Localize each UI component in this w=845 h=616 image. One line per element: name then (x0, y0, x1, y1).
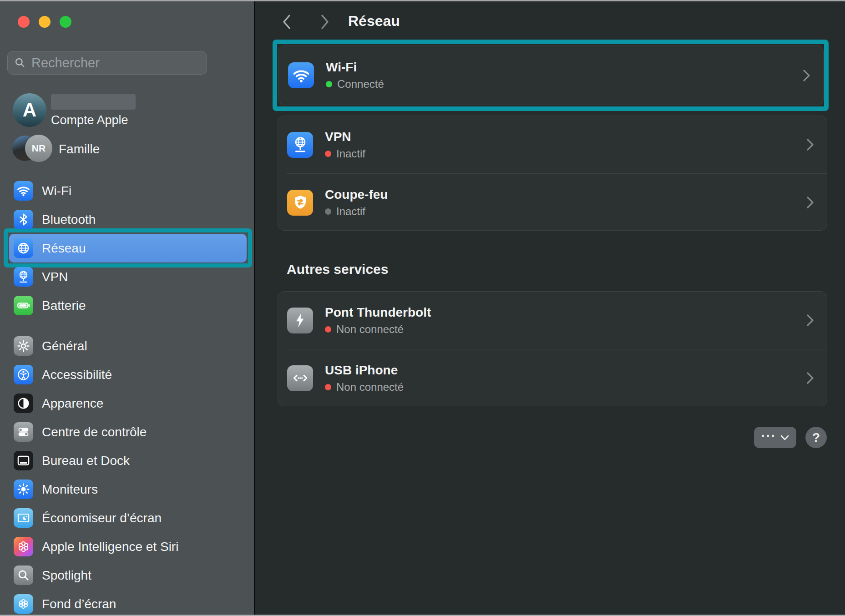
search-field[interactable] (7, 51, 207, 75)
network-row-pont-thunderbolt[interactable]: Pont Thunderbolt Non connecté (278, 292, 827, 349)
status-dot-red (325, 151, 331, 157)
sidebar-item-accessibilite[interactable]: Accessibilité (0, 360, 254, 389)
firewall-shield-icon (287, 190, 313, 216)
chevron-right-icon (805, 370, 815, 386)
sidebar-item-reseau[interactable]: Réseau (0, 234, 254, 263)
family-avatar-initials: NR (25, 135, 52, 162)
chevron-right-icon (805, 313, 815, 328)
back-button[interactable] (281, 13, 293, 33)
sidebar-item-general[interactable]: Général (0, 332, 254, 360)
forward-button[interactable] (319, 13, 331, 33)
status-text: Non connecté (336, 381, 404, 394)
help-button[interactable]: ? (805, 427, 827, 448)
system-settings-window: A Compte Apple NR Famille Wi-Fi (0, 0, 845, 616)
brightness-icon (14, 480, 33, 499)
screensaver-icon (14, 508, 33, 528)
gear-icon (14, 336, 33, 356)
apple-account-label[interactable]: Compte Apple (51, 113, 128, 127)
vpn-globe-icon (287, 132, 313, 158)
bluetooth-icon (14, 210, 33, 229)
row-title: USB iPhone (325, 363, 404, 378)
chevron-right-icon (805, 195, 815, 210)
other-services-card: Pont Thunderbolt Non connecté (278, 291, 827, 406)
desktop-dock-icon (14, 451, 33, 470)
sidebar-item-bureau-et-dock[interactable]: Bureau et Dock (0, 446, 254, 475)
status-text: Inactif (336, 147, 365, 160)
avatar[interactable]: A (13, 93, 46, 127)
annotation-box-wifi (273, 40, 829, 111)
sidebar-item-centre-de-controle[interactable]: Centre de contrôle (0, 418, 254, 446)
search-icon (14, 57, 26, 69)
status-text: Non connecté (336, 323, 404, 336)
sidebar-item-bluetooth[interactable]: Bluetooth (0, 205, 254, 234)
close-button[interactable] (18, 16, 30, 28)
contrast-icon (14, 394, 33, 413)
chevron-right-icon (319, 13, 331, 31)
status-text: Inactif (336, 205, 365, 218)
search-input[interactable] (31, 56, 200, 71)
sidebar-group-system: Général Accessibilité Apparence (0, 332, 254, 616)
siri-icon (14, 537, 33, 556)
section-title: Autres services (287, 262, 388, 277)
row-title: Coupe-feu (325, 187, 388, 202)
row-title: VPN (325, 130, 365, 144)
question-mark-icon: ? (812, 430, 820, 445)
sidebar-item-apparence[interactable]: Apparence (0, 389, 254, 418)
sidebar-item-apple-intelligence-siri[interactable]: Apple Intelligence et Siri (0, 532, 254, 561)
row-title: Pont Thunderbolt (325, 305, 431, 320)
chevron-left-icon (281, 13, 293, 31)
network-row-usb-iphone[interactable]: USB iPhone Non connecté (278, 349, 827, 407)
sidebar-item-wifi[interactable]: Wi-Fi (0, 177, 254, 205)
traffic-lights (18, 16, 71, 28)
chevron-right-icon (805, 137, 815, 152)
toggles-icon (14, 422, 33, 442)
main-panel: Réseau Wi-Fi Connecté (255, 0, 845, 616)
sidebar-item-fond-ecran[interactable]: Fond d’écran (0, 590, 254, 616)
sidebar-main-divider (254, 0, 255, 616)
status-dot-red (325, 384, 331, 390)
page-title: Réseau (348, 13, 400, 30)
battery-icon (14, 296, 33, 315)
minimize-button[interactable] (39, 16, 51, 28)
sidebar-item-famille[interactable]: Famille (59, 142, 100, 157)
sidebar-item-spotlight[interactable]: Spotlight (0, 561, 254, 590)
redacted-account-name (51, 94, 136, 110)
wifi-icon (14, 181, 33, 201)
accessibility-icon (14, 365, 33, 384)
sidebar-item-batterie[interactable]: Batterie (0, 291, 254, 320)
status-dot-gray (325, 208, 331, 215)
thunderbolt-icon (287, 308, 313, 333)
sidebar-item-economiseur-ecran[interactable]: Économiseur d’écran (0, 504, 254, 532)
usb-device-icon (287, 365, 313, 391)
chevron-down-icon (780, 435, 789, 440)
status-dot-red (325, 326, 331, 333)
avatar-initial: A (23, 99, 36, 121)
sidebar-group-network: Wi-Fi Bluetooth Réseau (0, 177, 254, 320)
sidebar: A Compte Apple NR Famille Wi-Fi (0, 0, 254, 616)
sidebar-item-moniteurs[interactable]: Moniteurs (0, 475, 254, 504)
sidebar-item-vpn[interactable]: VPN (0, 263, 254, 291)
zoom-button[interactable] (60, 16, 71, 28)
wallpaper-icon (14, 594, 33, 614)
magnifier-icon (14, 566, 33, 585)
network-row-vpn[interactable]: VPN Inactif (278, 116, 827, 173)
network-row-coupe-feu[interactable]: Coupe-feu Inactif (278, 174, 827, 231)
vpn-globe-icon (14, 267, 33, 287)
globe-icon (14, 238, 33, 258)
more-options-button[interactable]: ··· (754, 427, 796, 448)
vpn-firewall-card: VPN Inactif (278, 116, 827, 231)
